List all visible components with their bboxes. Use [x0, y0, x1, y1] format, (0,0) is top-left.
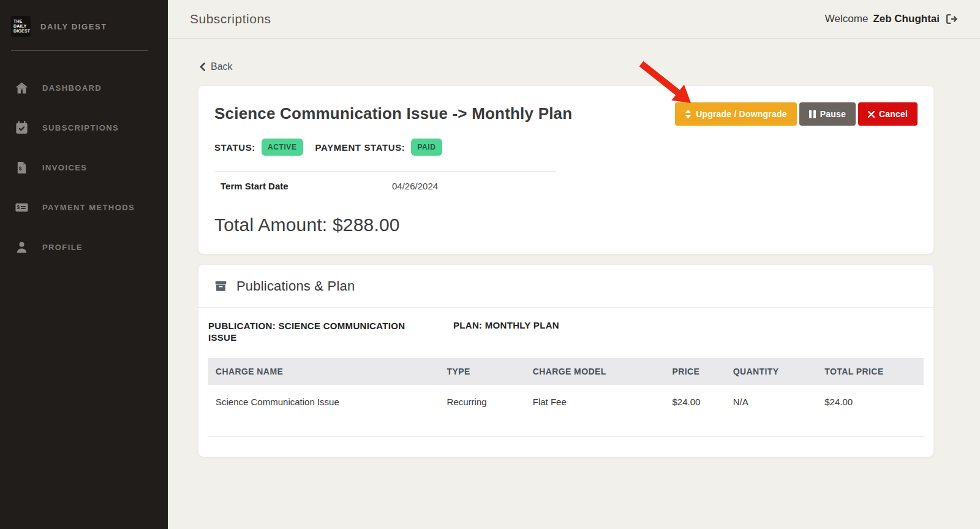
col-charge-name: CHARGE NAME	[208, 358, 441, 385]
pause-icon	[809, 110, 816, 118]
back-label: Back	[211, 61, 233, 72]
payment-status-label: PAYMENT STATUS:	[315, 142, 405, 153]
publication-plan-row: PUBLICATION: SCIENCE COMMUNICATION ISSUE…	[208, 320, 924, 349]
plan-label: PLAN: MONTHLY PLAN	[453, 320, 559, 330]
charges-table: CHARGE NAME TYPE CHARGE MODEL PRICE QUAN…	[208, 358, 924, 412]
svg-text:$: $	[19, 166, 22, 172]
welcome-text: Welcome	[825, 13, 869, 25]
sidebar: THE DAILY DIGEST DAILY DIGEST DASHBOARD …	[0, 0, 168, 529]
col-price: PRICE	[666, 358, 727, 385]
logo-line: THE	[13, 19, 31, 24]
cell-price: $24.00	[666, 385, 727, 412]
table-row: Science Communication Issue Recurring Fl…	[208, 385, 924, 412]
pause-button[interactable]: Pause	[799, 102, 856, 126]
logo-line: DIGEST	[13, 29, 31, 34]
sidebar-item-dashboard[interactable]: DASHBOARD	[0, 68, 168, 108]
sidebar-item-label: DASHBOARD	[42, 83, 102, 93]
cell-charge-name: Science Communication Issue	[208, 385, 441, 412]
user-icon	[15, 240, 29, 254]
sidebar-item-label: PAYMENT METHODS	[42, 203, 135, 212]
subscription-card: Science Communication Issue -> Monthly P…	[198, 86, 933, 254]
upgrade-downgrade-label: Upgrade / Downgrade	[696, 109, 786, 119]
cell-type: Recurring	[441, 385, 527, 412]
subscription-title: Science Communication Issue -> Monthly P…	[214, 104, 572, 123]
payment-status-badge: PAID	[411, 139, 442, 156]
topbar: Subscriptions Welcome Zeb Chughtai	[168, 0, 980, 39]
cell-total-price: $24.00	[818, 385, 924, 412]
total-amount: Total Amount: $288.00	[214, 215, 400, 235]
publications-card-body: PUBLICATION: SCIENCE COMMUNICATION ISSUE…	[198, 308, 933, 412]
cancel-label: Cancel	[879, 109, 908, 119]
brand-row: THE DAILY DIGEST DAILY DIGEST	[0, 0, 168, 50]
term-start-value: 04/26/2024	[392, 181, 438, 191]
sidebar-item-label: PROFILE	[42, 243, 83, 252]
status-label: STATUS:	[214, 142, 255, 153]
col-type: TYPE	[441, 358, 527, 385]
sidebar-item-label: SUBSCRIPTIONS	[42, 123, 119, 132]
svg-text:$: $	[17, 205, 20, 210]
cell-charge-model: Flat Fee	[527, 385, 666, 412]
daily-digest-logo: THE DAILY DIGEST	[11, 16, 31, 37]
publication-label: PUBLICATION: SCIENCE COMMUNICATION ISSUE	[208, 320, 432, 343]
sidebar-item-profile[interactable]: PROFILE	[0, 227, 168, 267]
pause-label: Pause	[820, 109, 846, 119]
invoice-icon: $	[15, 161, 29, 175]
chevron-left-icon	[198, 63, 207, 71]
page-title: Subscriptions	[190, 12, 271, 26]
publications-card-header: Publications & Plan	[198, 265, 933, 308]
col-charge-model: CHARGE MODEL	[527, 358, 666, 385]
sidebar-nav: DASHBOARD SUBSCRIPTIONS $ INVOICES $ PAY…	[0, 51, 168, 267]
col-quantity: QUANTITY	[727, 358, 819, 385]
term-divider	[214, 171, 556, 172]
main-content: Back Science Communication Issue -> Mont…	[168, 39, 980, 529]
logout-icon[interactable]	[944, 12, 958, 26]
status-badge: ACTIVE	[262, 139, 303, 156]
cancel-button[interactable]: Cancel	[858, 102, 918, 126]
welcome-area: Welcome Zeb Chughtai	[825, 12, 958, 26]
term-start-row: Term Start Date 04/26/2024	[221, 181, 438, 191]
payment-card-icon: $	[15, 200, 29, 215]
calendar-check-icon	[15, 121, 29, 135]
x-icon	[868, 111, 875, 118]
charges-table-header-row: CHARGE NAME TYPE CHARGE MODEL PRICE QUAN…	[208, 358, 924, 385]
publications-card: Publications & Plan PUBLICATION: SCIENCE…	[198, 265, 933, 457]
subscription-actions: Upgrade / Downgrade Pause Cancel	[675, 102, 918, 126]
archive-box-icon	[214, 280, 227, 292]
sidebar-item-payment-methods[interactable]: $ PAYMENT METHODS	[0, 188, 168, 227]
brand-label: DAILY DIGEST	[40, 22, 107, 31]
up-down-arrows-icon	[685, 110, 692, 118]
term-start-label: Term Start Date	[221, 181, 392, 191]
sidebar-item-label: INVOICES	[42, 163, 87, 172]
back-link[interactable]: Back	[198, 61, 233, 72]
cell-quantity: N/A	[727, 385, 819, 412]
sidebar-item-subscriptions[interactable]: SUBSCRIPTIONS	[0, 108, 168, 148]
user-name: Zeb Chughtai	[873, 13, 940, 25]
logo-line: DAILY	[13, 24, 31, 29]
status-row: STATUS: ACTIVE PAYMENT STATUS: PAID	[214, 139, 442, 156]
col-total-price: TOTAL PRICE	[818, 358, 924, 385]
card-bottom-divider	[208, 436, 924, 437]
upgrade-downgrade-button[interactable]: Upgrade / Downgrade	[675, 102, 796, 126]
home-icon	[15, 81, 29, 95]
page: THE DAILY DIGEST DAILY DIGEST DASHBOARD …	[0, 0, 980, 529]
publications-card-title: Publications & Plan	[236, 278, 355, 294]
sidebar-item-invoices[interactable]: $ INVOICES	[0, 148, 168, 188]
